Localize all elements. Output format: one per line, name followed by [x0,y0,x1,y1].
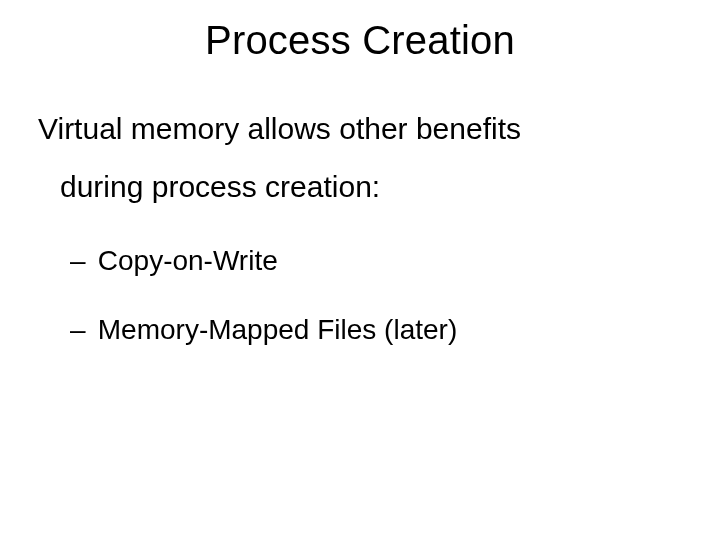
slide-title: Process Creation [0,18,720,63]
lead-text: Virtual memory allows other benefits dur… [38,110,682,205]
list-item-text: Memory-Mapped Files (later) [98,314,457,345]
sub-list: – Copy-on-Write – Memory-Mapped Files (l… [70,243,682,347]
list-item: – Memory-Mapped Files (later) [70,312,682,347]
list-item: – Copy-on-Write [70,243,682,278]
lead-line-1: Virtual memory allows other benefits [38,110,682,148]
slide: Process Creation Virtual memory allows o… [0,0,720,540]
dash-bullet-icon: – [70,243,90,278]
slide-body: Virtual memory allows other benefits dur… [38,110,682,381]
list-item-text: Copy-on-Write [98,245,278,276]
dash-bullet-icon: – [70,312,90,347]
lead-line-2: during process creation: [60,168,682,206]
